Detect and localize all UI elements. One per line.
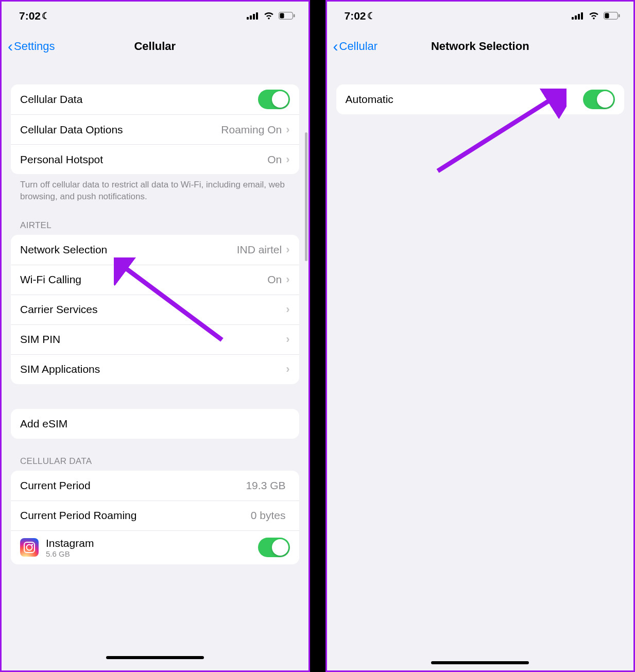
status-bar: 7:02 ☾ xyxy=(327,2,634,30)
cell-detail: Roaming On xyxy=(221,124,282,136)
cell-detail: IND airtel xyxy=(237,244,282,256)
wifi-calling-row[interactable]: Wi-Fi Calling On › xyxy=(11,265,299,295)
app-data-usage: 5.6 GB xyxy=(46,549,258,558)
settings-content: Cellular Data Cellular Data Options Roam… xyxy=(2,63,308,670)
add-esim-row[interactable]: Add eSIM xyxy=(11,409,299,439)
sim-pin-row[interactable]: SIM PIN › xyxy=(11,324,299,354)
chevron-right-icon: › xyxy=(286,363,289,376)
home-indicator[interactable] xyxy=(106,656,204,659)
svg-rect-2 xyxy=(253,14,255,20)
chevron-right-icon: › xyxy=(286,153,289,166)
cell-detail: 19.3 GB xyxy=(246,479,285,492)
chevron-right-icon: › xyxy=(286,303,289,316)
nav-header: ‹ Settings Cellular xyxy=(2,30,308,63)
scroll-indicator[interactable] xyxy=(305,132,307,261)
personal-hotspot-row[interactable]: Personal Hotspot On › xyxy=(11,144,299,174)
automatic-group: Automatic xyxy=(336,84,625,114)
cell-label: Automatic xyxy=(346,93,583,106)
cell-label: SIM Applications xyxy=(20,363,286,375)
instagram-toggle[interactable] xyxy=(258,538,290,557)
cell-label: Wi-Fi Calling xyxy=(20,273,267,286)
svg-rect-14 xyxy=(619,14,620,18)
carrier-group: Network Selection IND airtel › Wi-Fi Cal… xyxy=(11,235,299,384)
status-bar: 7:02 ☾ xyxy=(2,2,308,30)
svg-rect-8 xyxy=(572,17,574,20)
cell-detail: On xyxy=(267,273,282,286)
esim-group: Add eSIM xyxy=(11,409,299,439)
cellular-data-row[interactable]: Cellular Data xyxy=(11,84,299,114)
status-time: 7:02 xyxy=(345,10,366,22)
svg-rect-13 xyxy=(605,13,609,19)
carrier-section-header: AIRTEL xyxy=(11,203,299,235)
cell-label: Personal Hotspot xyxy=(20,153,267,166)
left-phone-cellular: 7:02 ☾ ‹ Settings Cellular Cellular Data… xyxy=(0,0,310,672)
cellular-signal-icon xyxy=(247,12,259,20)
cell-detail: 0 bytes xyxy=(251,509,286,522)
home-indicator[interactable] xyxy=(431,661,529,664)
automatic-toggle[interactable] xyxy=(583,90,615,109)
chevron-right-icon: › xyxy=(286,273,289,286)
cellular-data-options-row[interactable]: Cellular Data Options Roaming On › xyxy=(11,114,299,144)
battery-icon xyxy=(279,12,295,20)
automatic-row[interactable]: Automatic xyxy=(336,84,625,114)
do-not-disturb-icon: ☾ xyxy=(367,10,375,22)
chevron-left-icon: ‹ xyxy=(333,39,338,54)
cell-label: Add eSIM xyxy=(20,418,290,430)
status-time: 7:02 xyxy=(19,10,41,22)
cell-label: Current Period xyxy=(20,479,246,492)
current-period-row[interactable]: Current Period 19.3 GB xyxy=(11,471,299,501)
page-title: Network Selection xyxy=(431,40,529,53)
svg-rect-0 xyxy=(247,17,249,20)
settings-content: Automatic xyxy=(327,63,634,670)
usage-group: Current Period 19.3 GB Current Period Ro… xyxy=(11,471,299,564)
instagram-row[interactable]: Instagram 5.6 GB xyxy=(11,530,299,564)
svg-rect-3 xyxy=(256,12,258,20)
instagram-icon xyxy=(20,538,39,557)
back-button[interactable]: ‹ Settings xyxy=(8,39,55,54)
cellular-data-group: Cellular Data Cellular Data Options Roam… xyxy=(11,84,299,174)
chevron-left-icon: ‹ xyxy=(8,39,13,54)
svg-rect-11 xyxy=(581,12,583,20)
cell-label: Current Period Roaming xyxy=(20,509,251,522)
chevron-right-icon: › xyxy=(286,123,289,136)
carrier-services-row[interactable]: Carrier Services › xyxy=(11,295,299,324)
cell-label: Cellular Data xyxy=(20,93,258,106)
cell-label: Network Selection xyxy=(20,244,237,256)
svg-rect-1 xyxy=(250,15,252,20)
cell-label: Cellular Data Options xyxy=(20,124,221,136)
cell-label: SIM PIN xyxy=(20,333,286,346)
back-label: Settings xyxy=(14,40,55,53)
svg-rect-6 xyxy=(294,14,295,18)
wifi-icon xyxy=(588,12,599,20)
back-label: Cellular xyxy=(339,40,378,53)
do-not-disturb-icon: ☾ xyxy=(42,10,50,22)
svg-rect-9 xyxy=(575,15,577,20)
battery-icon xyxy=(604,12,620,20)
group-footer: Turn off cellular data to restrict all d… xyxy=(11,174,299,203)
svg-rect-5 xyxy=(280,13,284,19)
right-phone-network-selection: 7:02 ☾ ‹ Cellular Network Selection Auto… xyxy=(325,0,636,672)
chevron-right-icon: › xyxy=(286,333,289,346)
chevron-right-icon: › xyxy=(286,243,289,256)
network-selection-row[interactable]: Network Selection IND airtel › xyxy=(11,235,299,265)
current-period-roaming-row[interactable]: Current Period Roaming 0 bytes xyxy=(11,501,299,530)
cell-detail: On xyxy=(267,153,282,166)
cellular-signal-icon xyxy=(572,12,584,20)
wifi-icon xyxy=(263,12,274,20)
cell-label: Carrier Services xyxy=(20,303,286,316)
cellular-data-toggle[interactable] xyxy=(258,90,290,109)
svg-rect-10 xyxy=(578,14,580,20)
back-button[interactable]: ‹ Cellular xyxy=(333,39,378,54)
app-name: Instagram xyxy=(46,537,258,549)
page-title: Cellular xyxy=(134,40,176,53)
nav-header: ‹ Cellular Network Selection xyxy=(327,30,634,63)
sim-applications-row[interactable]: SIM Applications › xyxy=(11,354,299,384)
cellular-data-section-header: CELLULAR DATA xyxy=(11,439,299,471)
